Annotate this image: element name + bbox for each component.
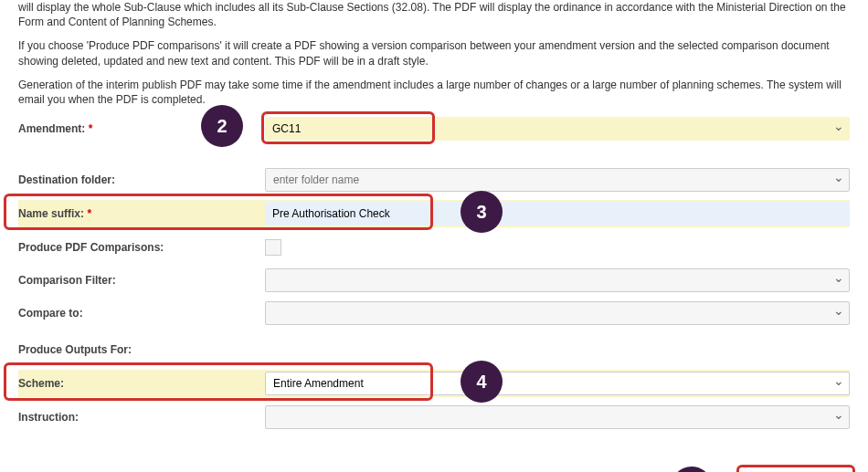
label-instruction: Instruction: — [18, 406, 265, 428]
label-produce-outputs: Produce Outputs For: — [18, 339, 265, 361]
name-suffix-input[interactable] — [265, 202, 850, 226]
row-comparison-filter: Comparison Filter: — [18, 267, 850, 293]
cell-name-suffix — [265, 202, 850, 226]
step-circle-2: 2 — [201, 105, 243, 147]
compare-to-select[interactable] — [265, 301, 850, 325]
amendment-select[interactable] — [265, 117, 850, 141]
intro-paragraph-1: will display the whole Sub-Clause which … — [18, 0, 850, 29]
label-comparison-filter: Comparison Filter: — [18, 269, 265, 291]
row-scheme: Scheme: 4 — [18, 370, 850, 397]
row-destination-folder: Destination folder: — [18, 167, 850, 193]
label-scheme: Scheme: — [18, 372, 265, 394]
row-instruction: Instruction: — [18, 404, 850, 430]
row-name-suffix: Name suffix: * 3 — [18, 200, 850, 227]
produce-pdf-checkbox[interactable] — [265, 239, 281, 256]
row-produce-pdf: Produce PDF Comparisons: — [18, 235, 850, 260]
cell-amendment — [265, 117, 850, 141]
callout-run-button — [736, 465, 855, 472]
cell-scheme — [265, 372, 850, 395]
action-row: RUN INTERIM PUBLISH 5 — [18, 448, 850, 472]
cell-destination-folder — [265, 168, 850, 192]
destination-folder-input[interactable] — [265, 168, 850, 192]
instruction-select[interactable] — [265, 405, 850, 429]
required-marker: * — [89, 122, 93, 135]
cell-compare-to — [265, 301, 850, 325]
cell-comparison-filter — [265, 268, 850, 292]
row-compare-to: Compare to: — [18, 300, 850, 326]
label-compare-to: Compare to: — [18, 302, 265, 324]
scheme-select[interactable] — [265, 372, 850, 395]
intro-paragraph-3: Generation of the interim publish PDF ma… — [18, 78, 850, 107]
label-produce-pdf: Produce PDF Comparisons: — [18, 236, 265, 258]
comparison-filter-select[interactable] — [265, 268, 850, 292]
label-name-suffix: Name suffix: * — [18, 203, 265, 225]
step-circle-4: 4 — [460, 361, 503, 403]
row-amendment: Amendment: * 2 — [18, 116, 850, 142]
step-circle-3: 3 — [460, 191, 503, 233]
intro-paragraph-2: If you choose 'Produce PDF comparisons' … — [18, 38, 850, 68]
required-marker: * — [87, 207, 91, 220]
cell-produce-pdf — [265, 239, 850, 256]
label-destination-folder: Destination folder: — [18, 169, 265, 191]
page-container: will display the whole Sub-Clause which … — [18, 0, 850, 472]
cell-instruction — [265, 405, 850, 429]
row-produce-outputs: Produce Outputs For: — [18, 337, 850, 362]
step-circle-5: 5 — [671, 467, 713, 472]
